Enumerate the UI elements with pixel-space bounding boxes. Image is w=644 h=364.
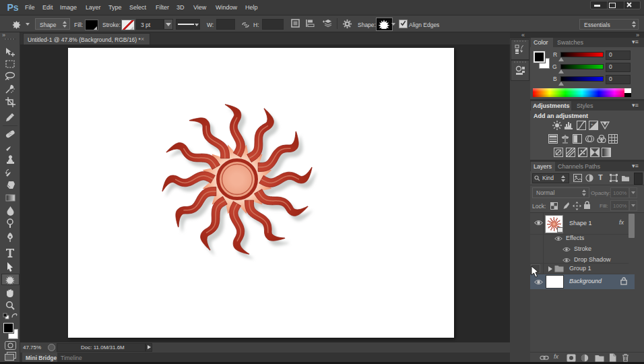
svg-text:+: +	[591, 122, 593, 126]
